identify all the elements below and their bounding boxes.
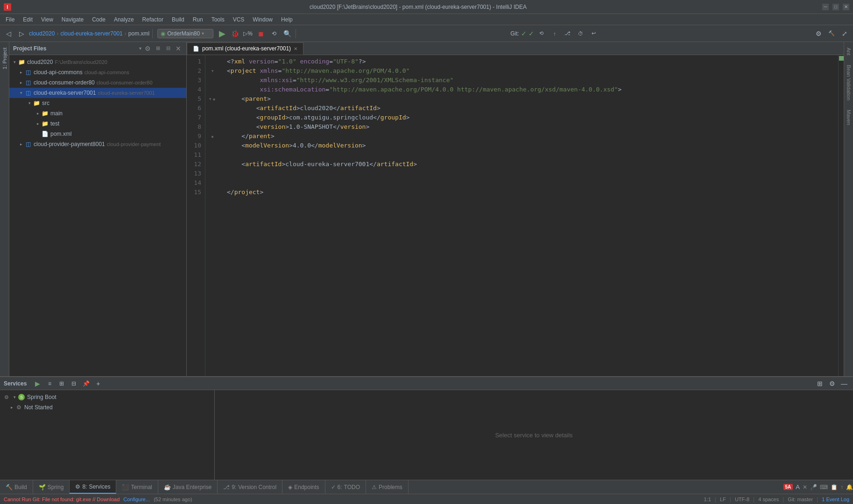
tree-item-test[interactable]: ▸ 📁 test: [9, 119, 186, 129]
menu-tools[interactable]: Tools: [208, 15, 228, 24]
status-indent[interactable]: 4 spaces: [758, 497, 779, 502]
tree-item-consumer[interactable]: ▸ ◫ cloud-consumer-order80 cloud-consume…: [9, 77, 186, 88]
right-tab-maven[interactable]: Maven: [845, 106, 853, 129]
bottom-tab-build[interactable]: 🔨 Build: [0, 480, 33, 494]
arrow-notstarted: ▸: [8, 404, 15, 411]
tree-item-cloud2020[interactable]: ▾ 📁 cloud2020 F:\JetBrains\cloud2020: [9, 57, 186, 67]
toolbar-forward-button[interactable]: ▷: [16, 28, 27, 39]
services-run-button[interactable]: ▶: [32, 378, 42, 389]
menu-window[interactable]: Window: [249, 15, 276, 24]
project-panel-collapse-button[interactable]: ⊟: [164, 44, 172, 53]
tree-item-src[interactable]: ▾ 📁 src: [9, 98, 186, 108]
status-configure[interactable]: Configure...: [123, 497, 150, 502]
menu-analyze[interactable]: Analyze: [110, 15, 138, 24]
bottom-tab-spring[interactable]: 🌱 Spring: [33, 480, 70, 494]
git-branch-button[interactable]: ⎇: [562, 28, 573, 39]
menu-vcs[interactable]: VCS: [229, 15, 248, 24]
code-content[interactable]: <?xml version="1.0" encoding="UTF-8"?> <…: [219, 55, 844, 376]
cgm-9: ●: [205, 132, 219, 141]
project-panel-settings-button[interactable]: ⚙: [143, 44, 152, 53]
close-button[interactable]: ✕: [843, 4, 849, 10]
bottom-tab-services[interactable]: ⚙ 8: Services: [70, 480, 116, 494]
menu-edit[interactable]: Edit: [19, 15, 36, 24]
sync-button[interactable]: ⟲: [268, 28, 280, 39]
menu-navigate[interactable]: Navigate: [58, 15, 87, 24]
java-enterprise-tab-icon: ☕: [164, 484, 171, 490]
run-config-selector[interactable]: ◉ OrderMain80 ▾: [157, 29, 213, 38]
todo-tab-index: 6:: [338, 484, 342, 490]
services-tree-springboot[interactable]: ⚙ ▾ S Spring Boot: [0, 392, 214, 402]
build-project-button[interactable]: 🔨: [826, 28, 837, 39]
status-line-ending[interactable]: LF: [720, 497, 726, 502]
tab-close-pom[interactable]: ✕: [294, 46, 297, 51]
services-settings-expand-button[interactable]: ⊞: [815, 378, 825, 389]
menu-view[interactable]: View: [37, 15, 57, 24]
bottom-tab-problems[interactable]: ⚠ Problems: [366, 480, 409, 494]
fold-btn-2[interactable]: ▾: [211, 69, 214, 73]
status-encoding[interactable]: UTF-8: [735, 497, 749, 502]
status-git[interactable]: Git: master: [788, 497, 813, 502]
git-history-button[interactable]: ⏱: [575, 28, 586, 39]
problems-tab-icon: ⚠: [372, 484, 377, 490]
services-collapse-all-button[interactable]: ≡: [44, 378, 55, 389]
git-update-button[interactable]: ⟲: [536, 28, 547, 39]
bottom-tab-java-enterprise[interactable]: ☕ Java Enterprise: [158, 480, 218, 494]
bottom-tab-endpoints[interactable]: ◈ Endpoints: [282, 480, 325, 494]
right-side-panel: Ant Bean Validation Maven: [844, 42, 853, 376]
tree-item-main[interactable]: ▸ 📁 main: [9, 108, 186, 119]
services-group-button[interactable]: ⊟: [69, 378, 79, 389]
validation-bar: [838, 55, 844, 376]
settings-button[interactable]: ⚙: [813, 28, 824, 39]
git-rollback-button[interactable]: ↩: [588, 28, 599, 39]
bottom-tab-version-control[interactable]: ⎇ 9: Version Control: [218, 480, 282, 494]
toolbar-back-button[interactable]: ◁: [3, 28, 14, 39]
code-line-15: </project>: [227, 188, 844, 197]
services-tree-notstarted[interactable]: ▸ ⚙ Not Started: [0, 402, 214, 413]
tree-item-payment[interactable]: ▸ ◫ cloud-provider-payment8001 cloud-pro…: [9, 139, 186, 149]
menu-help[interactable]: Help: [277, 15, 296, 24]
breadcrumb-file[interactable]: pom.xml: [128, 30, 149, 37]
maximize-button[interactable]: □: [832, 4, 839, 10]
run-with-coverage-button[interactable]: ▷%: [242, 28, 254, 39]
services-settings-button[interactable]: ⚙: [827, 378, 837, 389]
bottom-tab-todo[interactable]: ✓ 6: TODO: [325, 480, 366, 494]
project-panel-expand-button[interactable]: ⊞: [154, 44, 162, 53]
line-num-5: 5: [190, 94, 201, 104]
bottom-tab-terminal[interactable]: ⬛ Terminal: [116, 480, 158, 494]
services-add-button[interactable]: +: [93, 378, 103, 389]
right-tab-bean-validation[interactable]: Bean Validation: [845, 61, 853, 104]
debug-button[interactable]: 🐞: [229, 28, 240, 39]
tree-item-eureka[interactable]: ▾ ◫ cloud-eureka-server7001 cloud-eureka…: [9, 88, 186, 98]
logo-area: 5A A ✕ 🎤 ⌨ 📋 ↑ 🔔: [783, 483, 853, 490]
project-panel-close-button[interactable]: ✕: [174, 44, 183, 53]
tree-item-api-commons[interactable]: ▸ ◫ cloud-api-commons cloud-api-commons: [9, 67, 186, 77]
right-tab-ant[interactable]: Ant: [845, 44, 853, 59]
services-tab-index: 8:: [82, 483, 87, 490]
search-button[interactable]: 🔍: [282, 28, 293, 39]
menu-refactor[interactable]: Refactor: [139, 15, 167, 24]
git-push-button[interactable]: ↑: [549, 28, 560, 39]
tree-item-pom[interactable]: 📄 pom.xml: [9, 129, 186, 139]
left-side-panel: 1: Project: [0, 42, 9, 376]
services-close-button[interactable]: —: [839, 378, 849, 389]
project-tab[interactable]: 1: Project: [1, 44, 8, 73]
stop-button[interactable]: ◼: [255, 28, 267, 39]
menu-build[interactable]: Build: [168, 15, 188, 24]
services-filter-button[interactable]: ⊞: [56, 378, 67, 389]
run-button[interactable]: ▶: [217, 28, 227, 39]
editor-tab-pom[interactable]: 📄 pom.xml (cloud-eureka-server7001) ✕: [187, 42, 303, 55]
menu-file[interactable]: File: [2, 15, 18, 24]
services-pin-button[interactable]: 📌: [81, 378, 91, 389]
menu-run[interactable]: Run: [189, 15, 207, 24]
breadcrumb-module[interactable]: cloud-eureka-server7001: [60, 30, 122, 37]
services-tree-springboot-settings[interactable]: ⚙: [2, 392, 11, 402]
status-event-log[interactable]: 1 Event Log: [822, 497, 849, 502]
menu-code[interactable]: Code: [88, 15, 109, 24]
window-controls[interactable]: ─ □ ✕: [822, 4, 849, 10]
code-editor[interactable]: 1 2 3 4 5 6 7 8 9 10 11 12 13 14 15 ▾: [187, 55, 844, 376]
fold-btn-5[interactable]: ▾: [209, 97, 211, 101]
expand-button[interactable]: ⤢: [839, 28, 850, 39]
cgm-6: [205, 104, 219, 113]
minimize-button[interactable]: ─: [822, 4, 829, 10]
breadcrumb-project[interactable]: cloud2020: [29, 30, 55, 37]
